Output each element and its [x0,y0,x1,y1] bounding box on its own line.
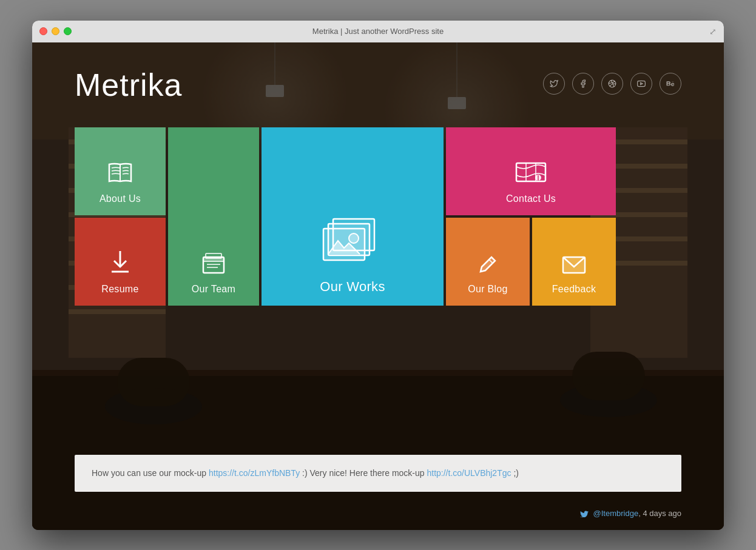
images-icon [322,216,383,272]
tiles-column-1: About Us Resume [75,127,166,306]
svg-rect-38 [203,257,224,261]
content-layer: Metrika [32,42,724,530]
behance-icon[interactable] [660,73,681,95]
resume-label: Resume [101,284,138,295]
twitter-handle[interactable]: @Itembridge [593,509,639,518]
tweet-link2[interactable]: http://t.co/ULVBhj2Tgc [427,468,511,478]
about-us-label: About Us [100,193,141,204]
resume-tile[interactable]: Resume [75,218,166,306]
our-blog-label: Our Blog [468,284,508,295]
our-team-tile[interactable]: Our Team [168,127,259,306]
map-icon [515,161,547,187]
tiles-column-3: Our Works [262,127,444,306]
svg-rect-47 [516,163,545,181]
our-works-tile[interactable]: Our Works [262,127,444,306]
pencil-icon [478,255,498,278]
about-us-tile[interactable]: About Us [75,127,166,215]
svg-marker-33 [641,82,643,85]
site-title: Metrika [75,67,182,103]
header: Metrika [32,42,724,115]
youtube-icon[interactable] [630,73,652,95]
browser-content: Metrika [32,42,724,530]
svg-rect-45 [323,229,365,260]
our-blog-tile[interactable]: Our Blog [446,218,530,306]
contact-us-label: Contact Us [506,193,556,204]
tweet-text: How you can use our mock-up https://t.co… [92,467,664,480]
close-button[interactable] [39,27,47,35]
tweet-text-middle: :) Very nice! Here there mock-up [300,468,427,478]
traffic-lights [39,27,72,35]
svg-point-46 [349,233,359,243]
tiles-row-bottom: Our Blog Feedback [446,218,616,306]
dribbble-icon[interactable] [601,73,623,95]
download-icon [109,250,131,278]
book-icon [107,162,133,187]
tweet-text-after: ;) [511,468,519,478]
envelope-icon [562,256,586,278]
social-icons [543,73,681,95]
twitter-credit: @Itembridge, 4 days ago [75,509,681,530]
twitter-icon[interactable] [543,73,565,95]
minimize-button[interactable] [52,27,59,35]
files-icon [201,252,226,278]
expand-icon[interactable]: ⤢ [709,27,717,36]
our-works-label: Our Works [320,279,385,295]
feedback-label: Feedback [552,284,596,295]
window-title: Metrika | Just another WordPress site [312,27,444,36]
tweet-link1[interactable]: https://t.co/zLmYfbNBTy [209,468,300,478]
browser-window: Metrika | Just another WordPress site ⤢ [32,21,724,530]
spacer [32,306,724,455]
our-team-label: Our Team [192,284,235,295]
facebook-icon[interactable] [572,73,594,95]
tweet-time-value: 4 days ago [643,509,681,518]
maximize-button[interactable] [64,27,72,35]
tiles-column-2: Our Team [168,127,259,306]
contact-us-tile[interactable]: Contact Us [446,127,616,215]
tiles-container: About Us Resume [32,127,724,306]
tiles-column-4: Contact Us Our Blog [446,127,616,306]
tweet-bar: How you can use our mock-up https://t.co… [75,455,681,492]
feedback-tile[interactable]: Feedback [532,218,616,306]
title-bar: Metrika | Just another WordPress site ⤢ [32,21,724,42]
tweet-text-before: How you can use our mock-up [92,468,209,478]
